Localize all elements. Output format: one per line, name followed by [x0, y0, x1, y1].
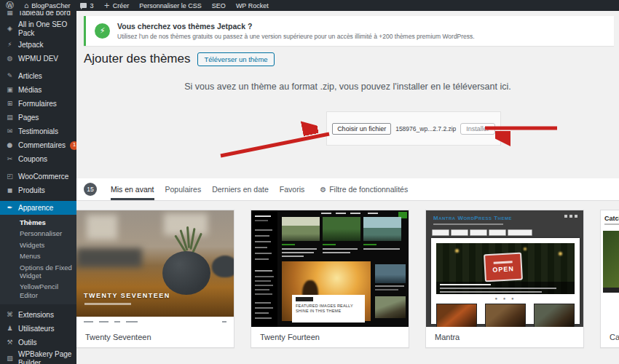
slider-image: OPEN — [436, 243, 575, 294]
themes-filter-bar: 15 Mis en avant Populaires Derniers en d… — [76, 178, 619, 201]
plant-pot-shape — [162, 251, 210, 295]
gallery-thumb — [485, 304, 526, 327]
theme-preview-title: Catch — [604, 215, 619, 222]
appearance-submenu: Thèmes Personnaliser Widgets Menus Optio… — [0, 215, 76, 304]
coupons-icon: ✂ — [6, 155, 14, 162]
comments-icon: ● — [6, 141, 14, 149]
jetpack-notice: ⚡ Vous cherchez vos thèmes Jetpack ? Uti… — [84, 16, 614, 46]
notice-title: Vous cherchez vos thèmes Jetpack ? — [117, 22, 475, 31]
sidebar-item-jetpack[interactable]: ⚡ Jetpack — [0, 38, 76, 52]
sidebar-item-articles[interactable]: ✎ Articles — [0, 69, 76, 83]
sidebar-item-testimonials[interactable]: ✉ Testimonials — [0, 124, 76, 138]
wpmu-dev-icon: ◍ — [6, 55, 14, 62]
gallery-thumb — [436, 304, 477, 327]
theme-preview-title: Mantra WordPress Theme — [433, 215, 512, 221]
submenu-item-themes[interactable]: Thèmes — [0, 217, 76, 228]
gear-icon: ⚙ — [320, 186, 326, 194]
pages-icon: ▤ — [6, 114, 14, 121]
dashboard-icon: ▦ — [6, 11, 14, 17]
products-icon: ◼ — [6, 186, 14, 194]
nav-item-bar — [99, 321, 109, 323]
install-button[interactable]: Installer — [460, 123, 495, 135]
nav-item-bar — [222, 321, 226, 323]
sign-script-bar — [494, 261, 513, 264]
sidebar-item-all-in-one-seo[interactable]: ◈ All in One SEO Pack — [0, 20, 76, 38]
comments-count: 3 — [90, 2, 93, 9]
social-icons — [564, 215, 577, 218]
theme-name: Twenty Seventeen — [76, 327, 234, 347]
nav-item-bar — [84, 321, 93, 323]
preview-nav-tabs — [432, 229, 532, 236]
nav-item-bar — [114, 321, 120, 323]
sidebar-item-outils[interactable]: ⚒ Outils — [0, 336, 76, 349]
choose-file-button[interactable]: Choisir un fichier — [332, 123, 391, 135]
feature-filter-button[interactable]: ⚙ Filtre de fonctionnalités — [320, 178, 408, 200]
submenu-item-personnaliser[interactable]: Personnaliser — [0, 228, 76, 239]
caption-tag-bar — [296, 297, 313, 301]
tab-favoris[interactable]: Favoris — [280, 178, 304, 200]
theme-card-twenty-seventeen[interactable]: TWENTY SEVENTEEN Twenty Seventeen — [76, 210, 234, 348]
page-title: Ajouter des thèmes — [84, 52, 190, 66]
sign-text: OPEN — [492, 265, 514, 274]
theme-preview-navbar — [76, 317, 234, 327]
wordpress-logo-icon: Ⓦ — [6, 1, 14, 9]
side-thumb — [375, 296, 406, 318]
new-content-menu[interactable]: + Créer — [103, 1, 129, 9]
sidebar-item-utilisateurs[interactable]: ♟ Utilisateurs — [0, 322, 76, 336]
tab-populaires[interactable]: Populaires — [165, 178, 202, 200]
page-header: Ajouter des thèmes Téléverser un thème — [84, 52, 275, 66]
tab-mis-en-avant[interactable]: Mis en avant — [111, 178, 154, 200]
seo-pack-icon: ◈ — [6, 25, 14, 32]
sidebar-item-coupons[interactable]: ✂ Coupons — [0, 152, 76, 166]
theme-preview-title: TWENTY SEVENTEEN — [84, 292, 170, 299]
site-name-link[interactable]: ⌂ BlogPasCher — [24, 1, 70, 9]
theme-name: Twenty Fourteen — [251, 327, 409, 347]
jetpack-notice-text: Vous cherchez vos thèmes Jetpack ? Utili… — [117, 22, 475, 40]
upload-instruction: Si vous avez un thème au format .zip, vo… — [76, 82, 619, 92]
submenu-item-yellowpencil[interactable]: YellowPencil Editor — [0, 281, 76, 301]
plus-icon: + — [103, 1, 109, 9]
seo-menu[interactable]: SEO — [212, 2, 226, 9]
submenu-item-menus[interactable]: Menus — [0, 250, 76, 261]
theme-card-mantra[interactable]: Mantra WordPress Theme OPEN — [425, 210, 584, 348]
tab-derniers-en-date[interactable]: Derniers en date — [212, 178, 269, 200]
sidebar-item-apparence[interactable]: ✒ Apparence — [0, 201, 76, 215]
sidebar-item-produits[interactable]: ◼ Produits — [0, 183, 76, 197]
theme-screenshot: TWENTY SEVENTEEN — [76, 210, 234, 327]
wordpress-logo-menu[interactable]: Ⓦ — [6, 1, 14, 9]
sidebar-item-pages[interactable]: ▤ Pages — [0, 111, 76, 124]
preview-content-box: OPEN ● ● ● — [431, 238, 580, 324]
featured-caption-card: FEATURED IMAGES REALLY SHINE IN THIS THE… — [292, 295, 365, 323]
sidebar-item-commentaires[interactable]: ● Commentaires 1 — [0, 138, 76, 152]
theme-card-catch[interactable]: Catch Catch — [600, 210, 619, 348]
customize-css-link[interactable]: Personnaliser le CSS — [139, 2, 202, 9]
open-sign: OPEN — [484, 253, 523, 282]
upload-theme-button[interactable]: Téléverser un thème — [197, 52, 274, 66]
appearance-icon: ✒ — [6, 204, 14, 211]
preview-tagline-bar — [604, 223, 619, 225]
gallery-thumb — [534, 304, 575, 327]
background-pot-shape — [212, 256, 234, 277]
window-light — [164, 213, 208, 235]
preview-tagline-bar — [433, 223, 503, 225]
theme-name: Catch — [601, 327, 619, 347]
submenu-item-widgets[interactable]: Widgets — [0, 240, 76, 250]
wp-rocket-menu[interactable]: WP Rocket — [236, 2, 269, 9]
users-icon: ♟ — [6, 325, 14, 332]
sidebar-item-woocommerce[interactable]: ◰ WooCommerce — [0, 170, 76, 183]
sidebar-item-wpbakery[interactable]: ▧ WPBakery Page Builder — [0, 349, 76, 364]
sidebar-item-dashboard[interactable]: ▦ Tableau de bord — [0, 11, 76, 20]
posts-icon: ✎ — [6, 72, 14, 79]
submenu-item-fixed-widget[interactable]: Options de Fixed Widget — [0, 262, 76, 282]
comments-shortcut[interactable]: 3 — [80, 2, 93, 9]
sidebar-item-medias[interactable]: ▣ Médias — [0, 83, 76, 97]
themes-count-badge: 15 — [84, 183, 97, 196]
theme-name: Mantra — [426, 327, 583, 347]
featured-thumb — [282, 217, 320, 241]
sidebar-item-extensions[interactable]: ⌘ Extensions — [0, 308, 76, 322]
sidebar-item-formulaires[interactable]: ⊞ Formulaires — [0, 97, 76, 111]
sidebar-item-wpmu-dev[interactable]: ◍ WPMU DEV — [0, 52, 76, 66]
new-content-label: Créer — [113, 2, 130, 9]
wpbakery-icon: ▧ — [6, 355, 14, 362]
theme-card-twenty-fourteen[interactable]: FEATURED IMAGES REALLY SHINE IN THIS THE… — [251, 210, 409, 348]
